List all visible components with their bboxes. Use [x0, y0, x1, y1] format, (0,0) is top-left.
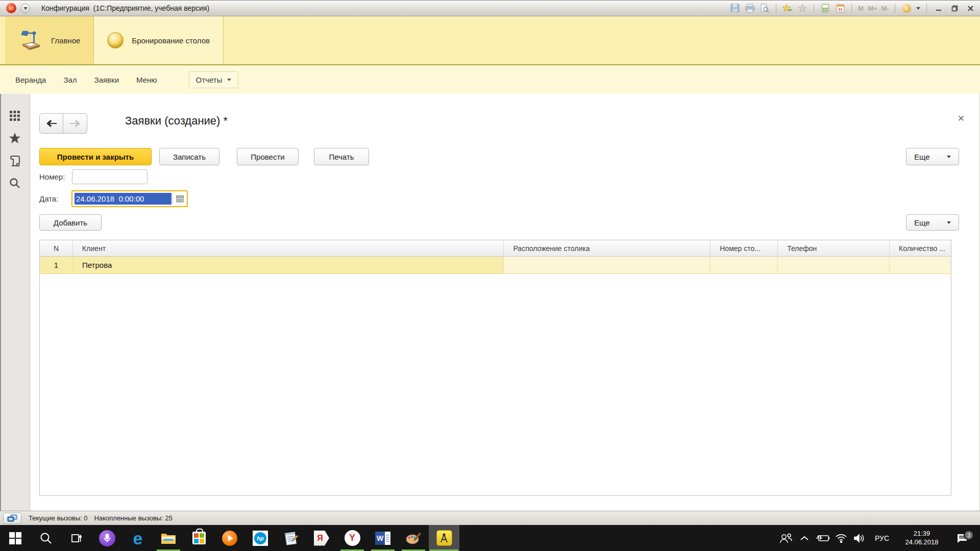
column-header-location[interactable]: Расположение столика — [504, 240, 710, 256]
hidden-icons-chevron[interactable] — [795, 536, 814, 541]
favorites-add-icon[interactable] — [782, 3, 793, 13]
column-header-n[interactable]: N — [40, 240, 73, 256]
edge-icon[interactable]: e — [122, 525, 153, 551]
tab-booking-label: Бронирование столов — [132, 36, 210, 45]
yandex-search-icon[interactable]: Я — [306, 525, 337, 551]
date-input[interactable]: 24.06.2018 0:00:00 — [71, 190, 188, 207]
column-header-client[interactable]: Клиент — [73, 240, 504, 256]
column-header-phone[interactable]: Телефон — [778, 240, 890, 256]
back-button[interactable] — [39, 113, 63, 134]
calendar-icon[interactable]: 31 — [835, 3, 845, 13]
date-picker-button[interactable] — [173, 191, 187, 206]
column-header-quantity[interactable]: Количество ... — [890, 240, 951, 256]
divider — [814, 4, 814, 13]
file-explorer-icon[interactable] — [153, 525, 184, 551]
divider — [776, 4, 776, 13]
search-icon[interactable] — [6, 174, 23, 192]
notepad-icon[interactable] — [276, 525, 306, 551]
app-window: 1С Конфигурация (1С:Предприятие, учебная… — [0, 0, 980, 551]
system-tray: РУС 21:39 24.06.2018 3 — [777, 525, 980, 551]
clock[interactable]: 21:39 24.06.2018 — [895, 530, 948, 547]
action-center-icon[interactable]: 3 — [948, 533, 976, 543]
date-value-selected: 24.06.2018 0:00:00 — [75, 193, 172, 205]
window-menu-button[interactable] — [20, 4, 30, 13]
more-button-top[interactable]: Еще — [906, 148, 959, 165]
calculator-icon[interactable] — [820, 3, 830, 13]
status-bar: Текущие вызовы: 0 Накопленные вызовы: 25 — [0, 511, 980, 525]
svg-text:31: 31 — [838, 7, 843, 12]
reports-dropdown-button[interactable]: Отчеты — [189, 71, 239, 88]
cell-client[interactable]: Петрова — [73, 257, 504, 274]
page-title: Заявки (создание) * — [125, 114, 228, 128]
info-chevron-icon[interactable] — [916, 7, 920, 10]
memory-m-button[interactable]: M — [858, 5, 863, 12]
tab-table-booking[interactable]: Бронирование столов — [94, 16, 224, 64]
cell-table-number[interactable] — [710, 257, 778, 274]
word-icon[interactable]: W — [368, 525, 398, 551]
print-preview-icon[interactable] — [760, 3, 770, 13]
cortana-icon[interactable] — [92, 525, 122, 551]
battery-icon[interactable] — [814, 534, 832, 542]
reports-label: Отчеты — [196, 76, 223, 84]
divider — [926, 4, 927, 13]
menu-item-hall[interactable]: Зал — [63, 76, 77, 84]
chevron-down-icon — [227, 79, 231, 81]
minimize-button[interactable] — [933, 3, 944, 13]
hp-icon[interactable]: hp — [245, 525, 276, 551]
table-row[interactable]: 1 Петрова — [40, 257, 951, 274]
column-header-table-number[interactable]: Номер сто... — [710, 240, 778, 256]
windows-taskbar: e hp Я Y W — [0, 525, 980, 551]
close-form-button[interactable]: ✕ — [958, 114, 965, 123]
history-scroll-icon[interactable] — [6, 152, 23, 169]
memory-m-plus-button[interactable]: M+ — [868, 5, 876, 12]
clock-time: 21:39 — [895, 530, 948, 538]
info-icon[interactable]: i — [901, 3, 912, 13]
favorites-icon[interactable] — [797, 3, 807, 13]
current-calls-text: Текущие вызовы: 0 — [29, 514, 88, 522]
menu-item-requests[interactable]: Заявки — [94, 76, 119, 84]
more-button-table[interactable]: Еще — [906, 214, 959, 231]
post-and-close-button[interactable]: Провести и закрыть — [39, 148, 152, 165]
chevron-down-icon — [23, 7, 28, 10]
save-icon[interactable] — [730, 3, 740, 13]
post-button[interactable]: Провести — [237, 148, 299, 165]
menu-grid-icon[interactable] — [6, 107, 23, 124]
cell-location[interactable] — [504, 257, 710, 274]
wifi-icon[interactable] — [832, 534, 850, 543]
forward-button[interactable] — [63, 113, 87, 134]
task-view-icon[interactable] — [61, 525, 92, 551]
number-label: Номер: — [39, 172, 65, 181]
table-header-row: N Клиент Расположение столика Номер сто.… — [40, 240, 951, 257]
memory-m-minus-button[interactable]: M- — [881, 5, 889, 12]
add-row-button[interactable]: Добавить — [39, 214, 102, 231]
restore-button[interactable] — [949, 3, 960, 13]
favorites-star-icon[interactable] — [6, 130, 23, 147]
language-indicator[interactable]: РУС — [869, 534, 895, 542]
number-input[interactable] — [72, 169, 148, 184]
cell-quantity[interactable] — [890, 257, 951, 274]
cell-n[interactable]: 1 — [40, 257, 73, 274]
more-label: Еще — [914, 218, 930, 227]
menu-item-menu[interactable]: Меню — [136, 76, 157, 84]
app-logo-1c-icon: 1С — [6, 3, 16, 13]
write-button[interactable]: Записать — [159, 148, 219, 165]
menu-item-veranda[interactable]: Веранда — [15, 76, 46, 84]
volume-icon[interactable] — [850, 534, 869, 543]
microsoft-store-icon[interactable] — [184, 525, 214, 551]
people-icon[interactable] — [777, 533, 795, 544]
print-button[interactable]: Печать — [314, 148, 369, 165]
media-player-icon[interactable] — [214, 525, 245, 551]
close-window-button[interactable] — [965, 3, 976, 13]
command-bar: Провести и закрыть Записать Провести Печ… — [39, 148, 369, 165]
cell-phone[interactable] — [778, 257, 890, 274]
tab-main[interactable]: Главное — [5, 16, 94, 64]
notification-badge: 3 — [964, 530, 974, 540]
chevron-down-icon — [947, 221, 951, 224]
print-icon[interactable] — [745, 3, 755, 13]
paint-icon[interactable] — [398, 525, 429, 551]
taskbar-search-icon[interactable] — [31, 525, 61, 551]
start-button[interactable] — [0, 525, 31, 551]
onec-taskbar-icon[interactable] — [429, 525, 459, 551]
yandex-browser-icon[interactable]: Y — [337, 525, 368, 551]
server-calls-icon[interactable] — [3, 513, 21, 524]
